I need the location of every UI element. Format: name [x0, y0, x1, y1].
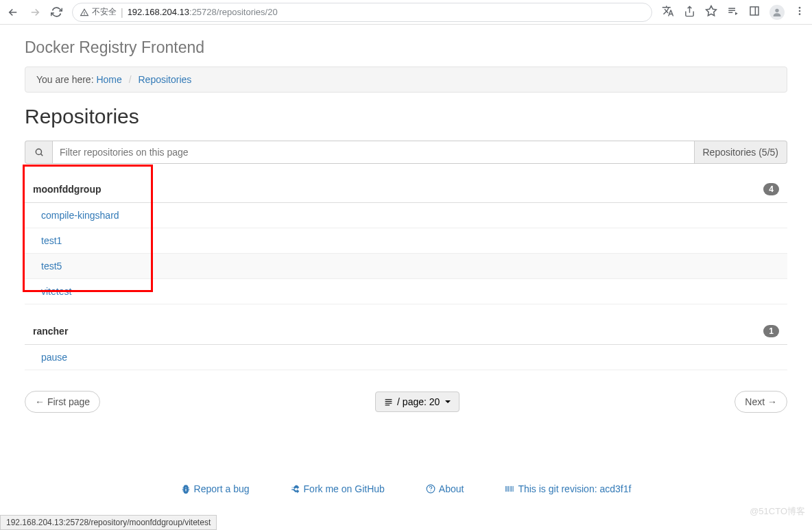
menu-icon[interactable] — [794, 5, 805, 19]
svg-rect-15 — [510, 486, 510, 492]
svg-rect-16 — [511, 486, 512, 492]
bug-icon — [181, 484, 191, 494]
watermark: @51CTO博客 — [750, 505, 805, 518]
count-badge: 4 — [763, 183, 779, 195]
star-icon[interactable] — [705, 5, 717, 19]
svg-rect-7 — [385, 400, 392, 401]
svg-rect-14 — [508, 486, 509, 492]
svg-point-4 — [799, 13, 801, 15]
count-badge: 1 — [763, 325, 779, 337]
svg-rect-18 — [514, 486, 514, 492]
question-icon — [426, 484, 435, 494]
svg-rect-6 — [385, 399, 392, 400]
translate-icon[interactable] — [662, 5, 674, 19]
profile-avatar[interactable] — [769, 5, 785, 20]
repo-link-compile-kingshard[interactable]: compile-kingshard — [41, 210, 119, 221]
report-bug-link[interactable]: Report a bug — [181, 483, 250, 494]
svg-point-2 — [799, 7, 801, 9]
svg-point-3 — [799, 10, 801, 12]
repo-link-test1[interactable]: test1 — [41, 235, 62, 246]
filter-input[interactable] — [52, 141, 695, 164]
share-icon[interactable] — [684, 5, 695, 19]
fork-github-link[interactable]: Fork me on GitHub — [291, 483, 385, 494]
first-page-button[interactable]: ← First page — [25, 391, 100, 413]
svg-point-1 — [775, 8, 778, 12]
repo-item: vitetest — [25, 279, 787, 304]
app-title: Docker Registry Frontend — [25, 38, 787, 57]
address-bar[interactable]: 不安全 | 192.168.204.13:25728/repositories/… — [72, 3, 652, 22]
repo-link-pause[interactable]: pause — [41, 352, 67, 363]
next-page-button[interactable]: Next → — [735, 391, 787, 413]
insecure-icon: 不安全 — [80, 6, 117, 18]
svg-rect-17 — [513, 486, 514, 492]
svg-rect-9 — [385, 405, 390, 405]
group-header[interactable]: moonfddgroup 4 — [25, 176, 787, 203]
repo-item: test5 — [25, 254, 787, 279]
browser-toolbar: 不安全 | 192.168.204.13:25728/repositories/… — [0, 0, 812, 25]
url-text: 192.168.204.13:25728/repositories/20 — [128, 7, 278, 17]
repo-count-label: Repositories (5/5) — [695, 141, 788, 164]
playlist-icon[interactable] — [727, 5, 739, 19]
svg-point-5 — [36, 149, 41, 154]
barcode-icon — [505, 484, 514, 494]
repo-group-rancher: rancher 1 pause — [25, 318, 787, 370]
repo-item: compile-kingshard — [25, 203, 787, 228]
repo-group-moonfddgroup: moonfddgroup 4 compile-kingshard test1 t… — [25, 176, 787, 304]
repo-item: pause — [25, 345, 787, 370]
shuffle-icon — [291, 484, 300, 494]
svg-rect-12 — [506, 486, 507, 492]
search-icon — [25, 141, 52, 164]
svg-rect-0 — [750, 7, 759, 15]
forward-button[interactable] — [29, 6, 41, 19]
per-page-dropdown[interactable]: / page: 20 — [375, 392, 459, 412]
svg-point-11 — [430, 490, 431, 491]
repo-item: test1 — [25, 228, 787, 254]
breadcrumb: You are here: Home / Repositories — [25, 67, 787, 93]
list-icon — [384, 398, 393, 407]
reload-button[interactable] — [51, 6, 62, 18]
footer: Report a bug Fork me on GitHub About Thi… — [0, 483, 812, 494]
svg-rect-8 — [385, 402, 392, 403]
breadcrumb-prefix: You are here: — [36, 74, 94, 85]
breadcrumb-home[interactable]: Home — [96, 74, 121, 85]
back-button[interactable] — [7, 6, 19, 19]
panel-icon[interactable] — [749, 5, 760, 19]
repo-link-test5[interactable]: test5 — [41, 261, 62, 272]
page-heading: Repositories — [25, 105, 787, 128]
status-bar: 192.168.204.13:25728/repository/moonfddg… — [0, 515, 217, 530]
breadcrumb-repositories[interactable]: Repositories — [138, 74, 191, 85]
about-link[interactable]: About — [426, 483, 464, 494]
search-row: Repositories (5/5) — [25, 141, 787, 164]
repo-link-vitetest[interactable]: vitetest — [41, 286, 71, 297]
pager: ← First page / page: 20 Next → — [25, 391, 787, 413]
chevron-down-icon — [445, 400, 451, 403]
git-revision-link[interactable]: This is git revision: acd3f1f — [505, 483, 631, 494]
svg-rect-13 — [507, 486, 508, 492]
group-header[interactable]: rancher 1 — [25, 318, 787, 345]
